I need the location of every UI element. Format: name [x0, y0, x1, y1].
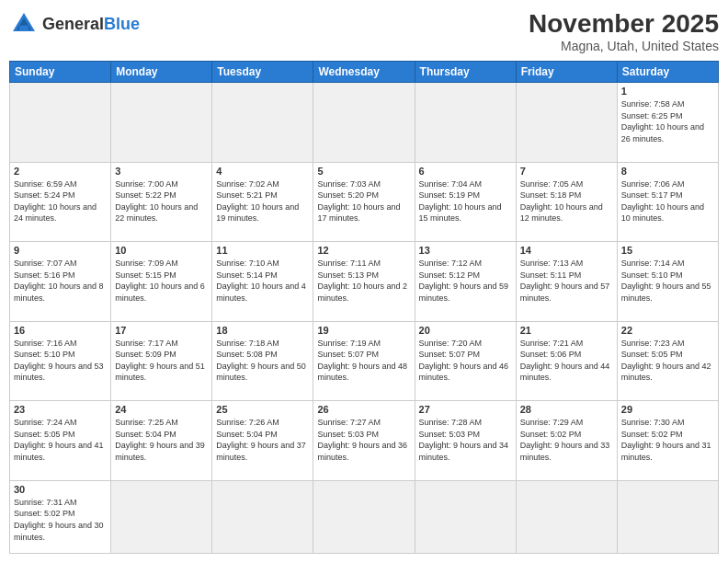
day-number: 6	[419, 166, 512, 177]
day-info: Sunrise: 7:28 AMSunset: 5:03 PMDaylight:…	[419, 417, 512, 463]
day-number: 14	[520, 245, 613, 256]
table-row: 27Sunrise: 7:28 AMSunset: 5:03 PMDayligh…	[415, 401, 516, 481]
day-number: 30	[14, 484, 107, 495]
table-row: 18Sunrise: 7:18 AMSunset: 5:08 PMDayligh…	[212, 321, 313, 401]
title-block: November 2025 Magna, Utah, United States	[529, 9, 719, 53]
day-info: Sunrise: 7:31 AMSunset: 5:02 PMDaylight:…	[14, 497, 107, 543]
day-number: 13	[419, 245, 512, 256]
day-number: 27	[419, 404, 512, 415]
day-info: Sunrise: 7:20 AMSunset: 5:07 PMDaylight:…	[419, 338, 512, 384]
calendar-week-row: 30Sunrise: 7:31 AMSunset: 5:02 PMDayligh…	[10, 480, 719, 553]
day-number: 10	[115, 245, 208, 256]
day-number: 15	[621, 245, 714, 256]
table-row: 21Sunrise: 7:21 AMSunset: 5:06 PMDayligh…	[516, 321, 617, 401]
table-row: 15Sunrise: 7:14 AMSunset: 5:10 PMDayligh…	[617, 242, 718, 322]
day-info: Sunrise: 7:09 AMSunset: 5:15 PMDaylight:…	[115, 258, 208, 304]
day-number: 25	[216, 404, 309, 415]
day-number: 26	[317, 404, 410, 415]
day-number: 19	[317, 325, 410, 336]
table-row: 8Sunrise: 7:06 AMSunset: 5:17 PMDaylight…	[617, 162, 718, 242]
table-row: 3Sunrise: 7:00 AMSunset: 5:22 PMDaylight…	[111, 162, 212, 242]
table-row: 2Sunrise: 6:59 AMSunset: 5:24 PMDaylight…	[10, 162, 111, 242]
day-number: 1	[621, 86, 714, 97]
day-info: Sunrise: 6:59 AMSunset: 5:24 PMDaylight:…	[14, 178, 107, 224]
table-row: 20Sunrise: 7:20 AMSunset: 5:07 PMDayligh…	[415, 321, 516, 401]
day-number: 3	[115, 166, 208, 177]
day-info: Sunrise: 7:14 AMSunset: 5:10 PMDaylight:…	[621, 258, 714, 304]
day-number: 22	[621, 325, 714, 336]
table-row: 6Sunrise: 7:04 AMSunset: 5:19 PMDaylight…	[415, 162, 516, 242]
day-info: Sunrise: 7:27 AMSunset: 5:03 PMDaylight:…	[317, 417, 410, 463]
day-number: 9	[14, 245, 107, 256]
table-row: 29Sunrise: 7:30 AMSunset: 5:02 PMDayligh…	[617, 401, 718, 481]
table-row	[212, 83, 313, 163]
col-saturday: Saturday	[617, 62, 718, 83]
table-row: 10Sunrise: 7:09 AMSunset: 5:15 PMDayligh…	[111, 242, 212, 322]
col-sunday: Sunday	[10, 62, 111, 83]
day-number: 21	[520, 325, 613, 336]
day-number: 20	[419, 325, 512, 336]
calendar-week-row: 23Sunrise: 7:24 AMSunset: 5:05 PMDayligh…	[10, 401, 719, 481]
col-tuesday: Tuesday	[212, 62, 313, 83]
day-info: Sunrise: 7:13 AMSunset: 5:11 PMDaylight:…	[520, 258, 613, 304]
day-info: Sunrise: 7:03 AMSunset: 5:20 PMDaylight:…	[317, 178, 410, 224]
day-info: Sunrise: 7:07 AMSunset: 5:16 PMDaylight:…	[14, 258, 107, 304]
day-info: Sunrise: 7:26 AMSunset: 5:04 PMDaylight:…	[216, 417, 309, 463]
calendar-week-row: 1Sunrise: 7:58 AMSunset: 6:25 PMDaylight…	[10, 83, 719, 163]
day-number: 8	[621, 166, 714, 177]
day-info: Sunrise: 7:18 AMSunset: 5:08 PMDaylight:…	[216, 338, 309, 384]
logo: GeneralBlue	[9, 9, 140, 39]
table-row: 23Sunrise: 7:24 AMSunset: 5:05 PMDayligh…	[10, 401, 111, 481]
day-number: 17	[115, 325, 208, 336]
table-row	[415, 83, 516, 163]
day-info: Sunrise: 7:06 AMSunset: 5:17 PMDaylight:…	[621, 178, 714, 224]
day-info: Sunrise: 7:24 AMSunset: 5:05 PMDaylight:…	[14, 417, 107, 463]
table-row	[516, 480, 617, 553]
day-info: Sunrise: 7:58 AMSunset: 6:25 PMDaylight:…	[621, 98, 714, 144]
table-row: 5Sunrise: 7:03 AMSunset: 5:20 PMDaylight…	[313, 162, 415, 242]
day-number: 29	[621, 404, 714, 415]
table-row: 9Sunrise: 7:07 AMSunset: 5:16 PMDaylight…	[10, 242, 111, 322]
table-row: 25Sunrise: 7:26 AMSunset: 5:04 PMDayligh…	[212, 401, 313, 481]
day-number: 24	[115, 404, 208, 415]
day-info: Sunrise: 7:30 AMSunset: 5:02 PMDaylight:…	[621, 417, 714, 463]
calendar-week-row: 16Sunrise: 7:16 AMSunset: 5:10 PMDayligh…	[10, 321, 719, 401]
day-info: Sunrise: 7:29 AMSunset: 5:02 PMDaylight:…	[520, 417, 613, 463]
col-monday: Monday	[111, 62, 212, 83]
calendar-table: Sunday Monday Tuesday Wednesday Thursday…	[9, 61, 719, 554]
day-info: Sunrise: 7:10 AMSunset: 5:14 PMDaylight:…	[216, 258, 309, 304]
table-row	[111, 480, 212, 553]
day-number: 11	[216, 245, 309, 256]
calendar-week-row: 9Sunrise: 7:07 AMSunset: 5:16 PMDaylight…	[10, 242, 719, 322]
day-number: 28	[520, 404, 613, 415]
day-info: Sunrise: 7:02 AMSunset: 5:21 PMDaylight:…	[216, 178, 309, 224]
day-number: 2	[14, 166, 107, 177]
day-info: Sunrise: 7:04 AMSunset: 5:19 PMDaylight:…	[419, 178, 512, 224]
col-wednesday: Wednesday	[313, 62, 415, 83]
table-row: 19Sunrise: 7:19 AMSunset: 5:07 PMDayligh…	[313, 321, 415, 401]
day-info: Sunrise: 7:17 AMSunset: 5:09 PMDaylight:…	[115, 338, 208, 384]
calendar-header-row: Sunday Monday Tuesday Wednesday Thursday…	[10, 62, 719, 83]
table-row: 12Sunrise: 7:11 AMSunset: 5:13 PMDayligh…	[313, 242, 415, 322]
svg-rect-2	[19, 26, 28, 31]
table-row: 30Sunrise: 7:31 AMSunset: 5:02 PMDayligh…	[10, 480, 111, 553]
table-row: 24Sunrise: 7:25 AMSunset: 5:04 PMDayligh…	[111, 401, 212, 481]
table-row	[617, 480, 718, 553]
day-number: 5	[317, 166, 410, 177]
day-number: 18	[216, 325, 309, 336]
table-row	[10, 83, 111, 163]
day-info: Sunrise: 7:11 AMSunset: 5:13 PMDaylight:…	[317, 258, 410, 304]
table-row: 17Sunrise: 7:17 AMSunset: 5:09 PMDayligh…	[111, 321, 212, 401]
logo-text: GeneralBlue	[42, 16, 140, 32]
col-friday: Friday	[516, 62, 617, 83]
logo-icon	[9, 9, 39, 39]
day-info: Sunrise: 7:21 AMSunset: 5:06 PMDaylight:…	[520, 338, 613, 384]
day-number: 12	[317, 245, 410, 256]
day-info: Sunrise: 7:16 AMSunset: 5:10 PMDaylight:…	[14, 338, 107, 384]
table-row: 16Sunrise: 7:16 AMSunset: 5:10 PMDayligh…	[10, 321, 111, 401]
day-number: 4	[216, 166, 309, 177]
day-info: Sunrise: 7:05 AMSunset: 5:18 PMDaylight:…	[520, 178, 613, 224]
month-title: November 2025	[529, 9, 719, 39]
page: GeneralBlue November 2025 Magna, Utah, U…	[0, 0, 728, 563]
table-row: 22Sunrise: 7:23 AMSunset: 5:05 PMDayligh…	[617, 321, 718, 401]
